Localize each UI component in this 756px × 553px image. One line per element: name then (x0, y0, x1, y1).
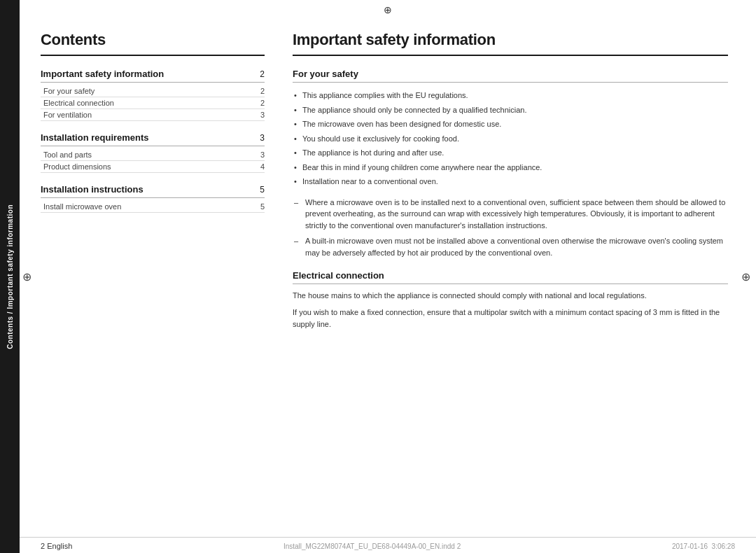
sidebar-tab: Contents / Important safety information (0, 0, 20, 553)
safety-info-title: Important safety information (293, 31, 728, 49)
toc-sub-page-1-1: 2 (260, 87, 265, 95)
safety-info-column: Important safety information For your sa… (293, 17, 735, 534)
electrical-para-1: The house mains to which the appliance i… (293, 290, 728, 302)
bullet-item-7: Installation near to a conventional oven… (293, 174, 728, 189)
bullet-item-4: You should use it exclusively for cookin… (293, 132, 728, 146)
toc-sub-install-microwave: Install microwave oven 5 (41, 201, 265, 213)
toc-section-installation-instructions: Installation instructions 5 (41, 184, 265, 198)
toc-sub-label-2-1: Tool and parts (43, 150, 92, 159)
toc-sub-label-1-3: For ventilation (43, 111, 92, 119)
for-your-safety-title: For your safety (293, 69, 728, 83)
file-info: Install_MG22M8074AT_EU_DE68-04449A-00_EN… (284, 542, 461, 550)
toc-sub-page-1-2: 2 (260, 99, 265, 107)
contents-column: Contents Important safety information 2 … (41, 17, 265, 534)
bullet-item-3: The microwave oven has been designed for… (293, 117, 728, 132)
toc-section-label-2: Installation requirements (41, 132, 149, 143)
top-registration-mark: ⊕ (20, 0, 756, 17)
page: Contents / Important safety information … (0, 0, 756, 553)
toc-sub-label-1-1: For your safety (43, 87, 94, 95)
dash-item-2: A built-in microwave oven must not be in… (293, 233, 728, 260)
columns: Contents Important safety information 2 … (20, 17, 756, 534)
bullet-item-6: Bear this in mind if young children come… (293, 160, 728, 175)
toc-section-important-safety: Important safety information 2 (41, 69, 265, 83)
for-your-safety-dash-items: Where a microwave oven is to be installe… (293, 195, 728, 261)
toc-section-label-1: Important safety information (41, 69, 164, 79)
toc-sub-page-2-1: 3 (260, 150, 265, 159)
date-info: 2017-01-16 ￼ 3:06:28 (672, 542, 735, 550)
footer-bar: 2 English Install_MG22M8074AT_EU_DE68-04… (20, 537, 756, 553)
toc-section-page-2: 3 (260, 133, 265, 143)
toc-section-installation-requirements: Installation requirements 3 (41, 132, 265, 146)
toc-section-page-1: 2 (260, 69, 265, 79)
electrical-para-2: If you wish to make a fixed connection, … (293, 307, 728, 331)
main-content: ⊕ Contents Important safety information … (20, 0, 756, 553)
toc-section-page-3: 5 (260, 185, 265, 195)
toc-sub-label-2-2: Product dimensions (43, 162, 111, 171)
toc-sub-tool-and-parts: Tool and parts 3 (41, 149, 265, 161)
bullet-item-5: The appliance is hot during and after us… (293, 146, 728, 160)
toc-sub-label-3-1: Install microwave oven (43, 202, 121, 211)
toc-sub-label-1-2: Electrical connection (43, 99, 114, 107)
sidebar-tab-text: Contents / Important safety information (6, 204, 14, 349)
toc-sub-page-2-2: 4 (260, 162, 265, 171)
for-your-safety-bullets: This appliance complies with the EU regu… (293, 88, 728, 189)
safety-info-title-rule (293, 55, 728, 56)
contents-title: Contents (41, 31, 265, 49)
toc-sub-for-ventilation: For ventilation 3 (41, 109, 265, 121)
dash-item-1: Where a microwave oven is to be installe… (293, 195, 728, 234)
toc-sub-electrical-connection: Electrical connection 2 (41, 97, 265, 109)
bullet-item-2: The appliance should only be connected b… (293, 103, 728, 118)
page-number-label: 2 English (41, 542, 72, 550)
left-registration-mark: ⊕ (22, 270, 31, 284)
bullet-item-1: This appliance complies with the EU regu… (293, 88, 728, 103)
right-registration-mark: ⊕ (741, 270, 750, 284)
contents-title-rule (41, 55, 265, 56)
toc-sub-for-your-safety: For your safety 2 (41, 85, 265, 97)
toc-sub-page-1-3: 3 (260, 111, 265, 119)
toc-sub-page-3-1: 5 (260, 202, 265, 211)
toc-sub-product-dimensions: Product dimensions 4 (41, 161, 265, 173)
electrical-connection-title: Electrical connection (293, 270, 728, 284)
toc-section-label-3: Installation instructions (41, 184, 144, 195)
